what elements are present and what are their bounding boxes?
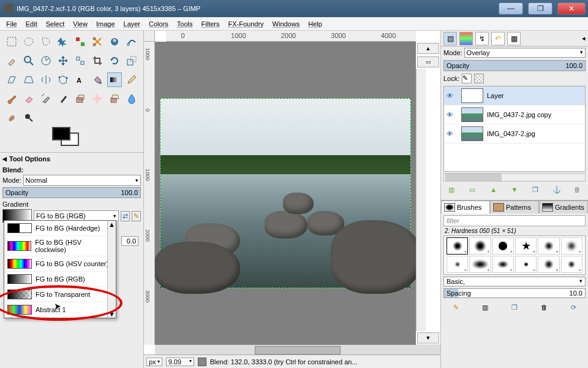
tool-pencil[interactable]: [124, 72, 139, 87]
tool-rotate[interactable]: [107, 53, 122, 68]
visibility-icon[interactable]: 👁: [447, 130, 458, 137]
tool-free-select[interactable]: [39, 34, 53, 49]
tool-by-color[interactable]: [73, 34, 88, 49]
tool-dodge[interactable]: [21, 110, 36, 125]
tool-fuzzy-select[interactable]: [56, 34, 70, 49]
menu-file[interactable]: File: [2, 19, 21, 29]
close-button[interactable]: ✕: [557, 2, 586, 15]
menu-layer[interactable]: Layer: [120, 19, 145, 29]
tool-rect-select[interactable]: [4, 34, 19, 49]
tool-clone[interactable]: [73, 91, 88, 106]
layer-row[interactable]: 👁IMG_0437-2.jpg copy: [444, 105, 585, 125]
vertical-scrollbar[interactable]: [416, 69, 426, 331]
tool-paths[interactable]: [124, 34, 139, 49]
new-brush-icon[interactable]: ▥: [478, 302, 492, 313]
tab-patterns[interactable]: Patterns: [490, 201, 539, 213]
brush-filter-input[interactable]: filter: [443, 215, 586, 226]
tool-ellipse-select[interactable]: [21, 34, 36, 49]
reverse-icon[interactable]: ⇄: [121, 211, 130, 221]
anchor-layer-icon[interactable]: ⚓: [550, 184, 564, 195]
edit-brush-icon[interactable]: ✎: [449, 302, 462, 313]
brush-item[interactable]: [469, 237, 491, 255]
brush-preset-select[interactable]: Basic,: [443, 277, 586, 286]
nav-fit-icon[interactable]: ▭: [417, 56, 439, 67]
lock-alpha-icon[interactable]: [474, 74, 484, 83]
tab-gradients[interactable]: Gradients: [539, 201, 588, 213]
gradient-option[interactable]: FG to BG (HSV clockwise): [4, 236, 116, 256]
brush-item[interactable]: ★: [515, 237, 537, 255]
color-swatches[interactable]: [0, 128, 143, 152]
dock-menu-icon[interactable]: ◂: [582, 34, 586, 42]
brush-item[interactable]: [538, 256, 559, 273]
new-layer-icon[interactable]: ▥: [445, 184, 458, 195]
brush-spacing-slider[interactable]: Spacing10.0: [443, 288, 586, 298]
raise-layer-icon[interactable]: ▲: [487, 184, 500, 195]
menu-colors[interactable]: Colors: [145, 19, 172, 29]
tab-brushes[interactable]: Brushes: [441, 201, 490, 213]
maximize-button[interactable]: ❐: [528, 2, 552, 15]
gradient-offset-value[interactable]: 0.0: [121, 236, 138, 246]
layers-tab-icon[interactable]: ▤: [443, 32, 457, 45]
tool-measure[interactable]: [39, 53, 53, 68]
fg-color[interactable]: [52, 127, 70, 140]
tool-flip[interactable]: [39, 72, 53, 87]
brush-item[interactable]: [561, 256, 582, 273]
tool-smudge[interactable]: [4, 110, 19, 125]
menu-view[interactable]: View: [69, 19, 91, 29]
refresh-brush-icon[interactable]: ⟳: [567, 302, 580, 313]
gradient-option[interactable]: FG to BG (Hardedge): [4, 221, 116, 236]
menu-fxfoundry[interactable]: FX-Foundry: [224, 19, 267, 29]
horizontal-scrollbar[interactable]: [155, 345, 440, 355]
menu-help[interactable]: Help: [304, 19, 326, 29]
layer-mode-select[interactable]: Overlay: [464, 48, 586, 58]
undo-tab-icon[interactable]: ↶: [491, 32, 505, 45]
nav-up-icon[interactable]: ▲: [417, 43, 439, 54]
brush-item[interactable]: [561, 237, 582, 255]
tool-zoom[interactable]: [21, 53, 36, 68]
tool-eraser[interactable]: [21, 91, 36, 106]
tool-color-picker[interactable]: [4, 53, 19, 68]
duplicate-layer-icon[interactable]: ❐: [529, 184, 542, 195]
gradient-option[interactable]: FG to Transparent: [4, 287, 116, 302]
visibility-icon[interactable]: 👁: [447, 111, 458, 118]
brush-item[interactable]: [538, 237, 559, 255]
brush-item[interactable]: [492, 237, 514, 255]
gradient-option[interactable]: FG to BG (RGB): [4, 272, 116, 287]
delete-layer-icon[interactable]: 🗑: [571, 184, 584, 195]
minimize-button[interactable]: —: [499, 2, 523, 15]
gradient-option[interactable]: FG to BG (HSV counter): [4, 256, 116, 272]
lower-layer-icon[interactable]: ▼: [508, 184, 521, 195]
history-tab-icon[interactable]: ▦: [507, 32, 521, 45]
menu-select[interactable]: Select: [42, 19, 69, 29]
tool-shear[interactable]: [4, 72, 19, 87]
layer-row[interactable]: 👁IMG_0437-2.jpg: [444, 125, 585, 144]
tool-bucket[interactable]: [90, 72, 105, 87]
menu-edit[interactable]: Edit: [22, 19, 41, 29]
tool-crop[interactable]: [90, 53, 105, 68]
mode-select[interactable]: Normal: [23, 175, 141, 186]
tool-blend[interactable]: [107, 72, 122, 87]
tool-blur[interactable]: [124, 91, 139, 106]
unit-select[interactable]: px: [146, 358, 162, 366]
tool-scissors[interactable]: [90, 34, 105, 49]
brush-item[interactable]: [447, 237, 468, 255]
brush-item[interactable]: [515, 256, 537, 273]
tool-move[interactable]: [56, 53, 70, 68]
tool-heal[interactable]: [90, 91, 105, 106]
edit-gradient-icon[interactable]: ✎: [132, 211, 141, 221]
menu-image[interactable]: Image: [92, 19, 119, 29]
layer-row[interactable]: 👁Layer: [444, 86, 585, 105]
layer-opacity-slider[interactable]: Opacity100.0: [443, 60, 586, 71]
tool-align[interactable]: [73, 53, 88, 68]
new-group-icon[interactable]: ▭: [466, 184, 479, 195]
visibility-icon[interactable]: 👁: [447, 92, 458, 99]
layers-hscroll[interactable]: [443, 173, 586, 182]
zoom-select[interactable]: 9.09: [166, 358, 194, 366]
delete-brush-icon[interactable]: 🗑: [537, 302, 551, 313]
duplicate-brush-icon[interactable]: ❐: [508, 302, 521, 313]
brush-item[interactable]: [492, 256, 514, 273]
paths-tab-icon[interactable]: ↯: [475, 32, 489, 45]
channels-tab-icon[interactable]: [459, 32, 473, 45]
opacity-slider[interactable]: Opacity100.0: [2, 187, 141, 198]
menu-windows[interactable]: Windows: [269, 19, 304, 29]
